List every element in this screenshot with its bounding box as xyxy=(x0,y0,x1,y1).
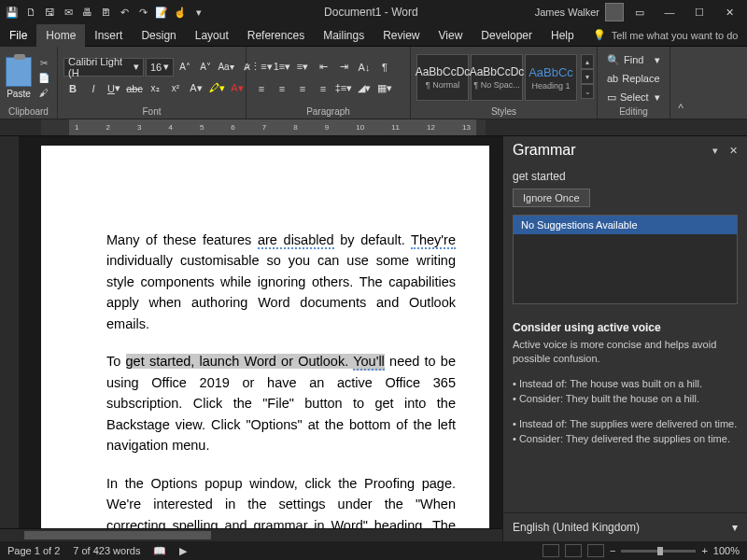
italic-button[interactable]: I xyxy=(84,79,103,98)
tab-review[interactable]: Review xyxy=(374,24,429,47)
zoom-out-icon[interactable]: − xyxy=(610,545,615,556)
titlebar: 💾 🗋 🖫 ✉ 🖶 🖹 ↶ ↷ 📝 ☝ ▾ Document1 - Word J… xyxy=(0,0,747,24)
print-layout-icon[interactable] xyxy=(565,544,582,557)
qat-dropdown-icon[interactable]: ▾ xyxy=(190,4,207,21)
cut-icon[interactable]: ✂ xyxy=(36,56,51,69)
redo-icon[interactable]: ↷ xyxy=(134,4,151,21)
quickprint-icon[interactable]: 🖶 xyxy=(78,4,95,21)
email-icon[interactable]: ✉ xyxy=(60,4,77,21)
horizontal-ruler[interactable]: 12345678910111213 xyxy=(0,119,747,136)
tab-view[interactable]: View xyxy=(430,24,472,47)
document-page[interactable]: Many of these features are disabled by d… xyxy=(41,146,489,541)
line-spacing-icon[interactable]: ‡≡▾ xyxy=(334,79,353,98)
undo-icon[interactable]: ↶ xyxy=(116,4,133,21)
multilevel-icon[interactable]: ≡▾ xyxy=(293,58,312,77)
tell-me[interactable]: 💡Tell me what you want to do xyxy=(593,29,739,41)
shrink-font-icon[interactable]: A˅ xyxy=(196,58,215,77)
tab-help[interactable]: Help xyxy=(542,24,584,47)
style-normal[interactable]: AaBbCcDc¶ Normal xyxy=(416,54,469,101)
user-name: James Walker xyxy=(535,7,599,18)
spell-status-icon[interactable]: 📖 xyxy=(153,545,166,557)
customize-icon[interactable]: 📝 xyxy=(153,4,170,21)
tab-design[interactable]: Design xyxy=(132,24,185,47)
highlight-icon[interactable]: 🖍▾ xyxy=(207,79,226,98)
ribbon-options-icon[interactable]: ▭ xyxy=(626,0,654,24)
editing-label: Editing xyxy=(603,106,664,119)
web-layout-icon[interactable] xyxy=(587,544,604,557)
superscript-button[interactable]: x² xyxy=(166,79,185,98)
vertical-ruler[interactable] xyxy=(0,136,19,541)
increase-indent-icon[interactable]: ⇥ xyxy=(334,58,353,77)
share-button[interactable]: 👤Share xyxy=(738,29,747,42)
font-name-combo[interactable]: Calibri Light (H▾ xyxy=(63,58,144,77)
avatar[interactable] xyxy=(605,3,624,21)
formatpainter-icon[interactable]: 🖌 xyxy=(36,86,51,99)
macro-icon[interactable]: ▶ xyxy=(179,545,187,557)
replace-icon: ab xyxy=(607,73,618,84)
grammar-flag: are disabled xyxy=(258,232,334,249)
align-center-icon[interactable]: ≡ xyxy=(273,79,291,98)
word-count[interactable]: 7 of 423 words xyxy=(73,545,140,556)
tab-home[interactable]: Home xyxy=(36,24,85,47)
decrease-indent-icon[interactable]: ⇤ xyxy=(314,58,332,77)
font-color-icon[interactable]: A▾ xyxy=(228,79,247,98)
zoom-level[interactable]: 100% xyxy=(713,545,740,556)
no-suggestions[interactable]: No Suggestions Available xyxy=(514,216,737,234)
ignore-once-button[interactable]: Ignore Once xyxy=(513,189,590,207)
close-icon[interactable]: ✕ xyxy=(715,0,743,24)
text-effects-icon[interactable]: A▾ xyxy=(187,79,205,98)
subscript-button[interactable]: x₂ xyxy=(146,79,164,98)
chevron-down-icon: ▾ xyxy=(732,521,738,534)
find-button[interactable]: 🔍Find▾ xyxy=(603,51,664,68)
copy-icon[interactable]: 📄 xyxy=(36,71,51,84)
borders-icon[interactable]: ▦▾ xyxy=(375,79,394,98)
autosave-icon[interactable]: 💾 xyxy=(4,4,21,21)
pane-close-icon[interactable]: ✕ xyxy=(729,145,738,157)
strike-button[interactable]: abc xyxy=(125,79,144,98)
printpreview-icon[interactable]: 🖹 xyxy=(97,4,114,21)
align-left-icon[interactable]: ≡ xyxy=(252,79,271,98)
style-nospacing[interactable]: AaBbCcDc¶ No Spac... xyxy=(471,54,523,101)
underline-button[interactable]: U▾ xyxy=(105,79,123,98)
shading-icon[interactable]: ◢▾ xyxy=(355,79,374,98)
language-selector[interactable]: English (United Kingdom)▾ xyxy=(503,512,747,541)
save-icon[interactable]: 🖫 xyxy=(41,4,58,21)
select-button[interactable]: ▭Select▾ xyxy=(603,89,664,105)
bullets-icon[interactable]: ⋮≡▾ xyxy=(252,58,271,77)
collapse-ribbon-icon[interactable]: ^ xyxy=(678,102,684,115)
grow-font-icon[interactable]: A˄ xyxy=(176,58,194,77)
bold-button[interactable]: B xyxy=(63,79,82,98)
tab-developer[interactable]: Developer xyxy=(472,24,542,47)
zoom-in-icon[interactable]: + xyxy=(701,545,707,556)
align-right-icon[interactable]: ≡ xyxy=(293,79,312,98)
justify-icon[interactable]: ≡ xyxy=(314,79,332,98)
numbering-icon[interactable]: 1≡▾ xyxy=(273,58,291,77)
show-marks-icon[interactable]: ¶ xyxy=(375,58,394,77)
sort-icon[interactable]: A↓ xyxy=(355,58,374,77)
new-icon[interactable]: 🗋 xyxy=(22,4,39,21)
flagged-phrase: get started xyxy=(513,170,738,183)
minimize-icon[interactable]: — xyxy=(655,0,684,24)
pane-options-icon[interactable]: ▾ xyxy=(712,145,718,157)
paste-button[interactable]: Paste xyxy=(6,57,32,99)
style-heading1[interactable]: AaBbCcHeading 1 xyxy=(525,54,577,101)
user-area[interactable]: James Walker xyxy=(535,3,624,21)
maximize-icon[interactable]: ☐ xyxy=(685,0,713,24)
page-status[interactable]: Page 1 of 2 xyxy=(7,545,60,556)
zoom-slider[interactable] xyxy=(621,550,696,553)
font-size-combo[interactable]: 16▾ xyxy=(146,58,174,77)
tab-insert[interactable]: Insert xyxy=(85,24,132,47)
replace-button[interactable]: abReplace xyxy=(603,70,664,87)
change-case-icon[interactable]: Aa▾ xyxy=(217,58,235,77)
tab-references[interactable]: References xyxy=(238,24,314,47)
styles-more-icon[interactable]: ⌄ xyxy=(581,84,594,99)
styles-up-icon[interactable]: ▴ xyxy=(581,54,594,69)
tab-file[interactable]: File xyxy=(0,24,36,47)
styles-down-icon[interactable]: ▾ xyxy=(581,69,594,84)
horizontal-scrollbar[interactable] xyxy=(0,528,502,541)
advice-text: Active voice is more concise and helps a… xyxy=(513,338,738,367)
read-mode-icon[interactable] xyxy=(543,544,559,557)
tab-mailings[interactable]: Mailings xyxy=(314,24,374,47)
touch-icon[interactable]: ☝ xyxy=(172,4,189,21)
tab-layout[interactable]: Layout xyxy=(186,24,238,47)
